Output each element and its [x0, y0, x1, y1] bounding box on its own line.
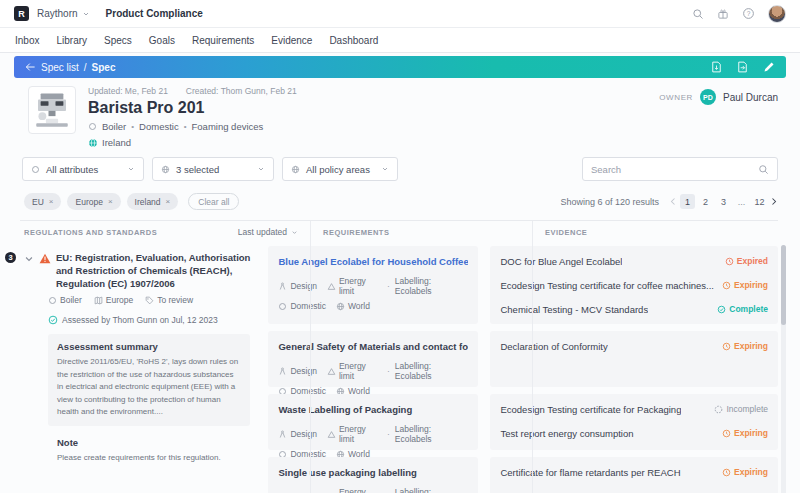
status-badge: Complete [717, 304, 768, 314]
tag-label: World [348, 301, 370, 311]
evidence-item[interactable]: Chemical Testing - MCV StandardsComplete [500, 297, 768, 321]
search-icon[interactable] [758, 164, 769, 175]
search-input[interactable] [591, 164, 758, 175]
tag-labelling-ecolabels: Labelling: Ecolabels [395, 276, 469, 296]
evidence-title[interactable]: DOC for Blue Angel Ecolabel [500, 256, 622, 267]
tag-labelling-ecolabels: Labelling: Ecolabels [395, 361, 469, 381]
nav-item-inbox[interactable]: Inbox [15, 35, 39, 46]
tag-world: World [336, 301, 370, 311]
evidence-title[interactable]: Ecodesign Testing certificate for Packag… [500, 404, 681, 415]
attributes-dropdown[interactable]: All attributes [22, 157, 144, 181]
remove-chip-icon[interactable]: × [49, 197, 54, 206]
requirement-title[interactable]: Blue Angel Ecolabel for Household Coffee… [278, 256, 468, 267]
tag-label: Energy limit [339, 487, 382, 493]
chevron-down-icon [127, 165, 135, 173]
tag-label: Domestic [290, 301, 325, 311]
check-circle-icon [717, 305, 726, 314]
spec-created: Created: Thom Gunn, Feb 21 [186, 86, 297, 96]
attributes-dropdown-value: All attributes [46, 164, 98, 175]
nav-item-goals[interactable]: Goals [149, 35, 175, 46]
breadcrumb-back[interactable]: Spec list [41, 62, 79, 73]
remove-chip-icon[interactable]: × [108, 197, 113, 206]
tag-energy-limit: Energy limit [327, 276, 382, 296]
next-page-icon[interactable] [770, 197, 778, 206]
sort-last-updated[interactable]: Last updated [238, 227, 298, 237]
policy-areas-dropdown[interactable]: All policy areas [282, 157, 398, 181]
evidence-title[interactable]: Declaration of Conformity [500, 341, 607, 352]
evidence-item[interactable]: Ecodesign Testing certificate for coffee… [500, 273, 768, 297]
edit-icon[interactable] [763, 61, 775, 73]
vertical-scrollbar[interactable] [781, 245, 786, 493]
chevron-down-icon [291, 229, 298, 236]
active-filter-bar: EU × Europe × Ireland × Clear all Showin… [24, 193, 778, 210]
owner-avatar[interactable]: PD [700, 89, 716, 105]
markets-dropdown[interactable]: 3 selected [152, 157, 274, 181]
tag-label: Boiler [60, 295, 82, 305]
evidence-item[interactable]: Ecodesign Testing certificate for Packag… [500, 397, 768, 421]
workspace-switcher[interactable]: Raythorn [37, 8, 90, 19]
duplicate-doc-icon[interactable] [737, 61, 748, 73]
evidence-title[interactable]: Chemical Testing - MCV Standards [500, 304, 648, 315]
tag-energy-limit: Energy limit [327, 424, 382, 444]
table-row: General Safety of Materials and contact … [262, 331, 778, 387]
requirement-title[interactable]: Waste Labelling of Packaging [278, 404, 468, 415]
search-icon[interactable] [692, 8, 704, 20]
triangle-icon [327, 282, 336, 291]
evidence-item[interactable]: Test report energy consumptionExpiring [500, 421, 768, 445]
evidence-item[interactable]: Declaration of ConformityExpiring [500, 334, 768, 358]
tag-labelling-ecolabels: Labelling: Ecolabels [395, 424, 469, 444]
back-arrow-icon[interactable] [25, 62, 36, 72]
nav-item-library[interactable]: Library [56, 35, 87, 46]
export-doc-icon[interactable] [711, 61, 722, 73]
requirement-card[interactable]: Single use packaging labellingDesignEner… [268, 457, 478, 493]
scrollbar-thumb[interactable] [781, 245, 786, 325]
help-icon[interactable]: ? [742, 7, 755, 20]
workspace-name: Raythorn [37, 8, 78, 19]
spec-header: Updated: Me, Feb 21 Created: Thom Gunn, … [28, 86, 778, 148]
evidence-item[interactable]: Certificate for flame retardants per REA… [500, 460, 768, 484]
tag-domestic: Domestic [278, 301, 325, 311]
filter-chip-ireland[interactable]: Ireland × [127, 193, 179, 210]
nav-item-dashboard[interactable]: Dashboard [329, 35, 378, 46]
filter-chip-europe[interactable]: Europe × [67, 193, 120, 210]
requirement-title[interactable]: General Safety of Materials and contact … [278, 341, 468, 352]
user-avatar[interactable] [768, 5, 786, 23]
pagination: 1 2 3 ... 12 [669, 194, 778, 209]
filter-bar: All attributes 3 selected All policy are… [22, 157, 778, 181]
regulation-panel: 3 EU: Registration, Evaluation, Authoris… [20, 243, 262, 493]
owner-name[interactable]: Paul Durcan [723, 92, 778, 103]
status-label: Expiring [734, 280, 768, 290]
triangle-icon [327, 430, 336, 439]
status-badge: Expiring [722, 280, 768, 290]
status-label: Expiring [734, 428, 768, 438]
spec-attributes: Boiler • Domestic • Foaming devices [88, 121, 297, 132]
evidence-item[interactable]: DOC for Blue Angel EcolabelExpired [500, 249, 768, 273]
attribute-separator: • [184, 122, 187, 131]
table-row: Blue Angel Ecolabel for Household Coffee… [262, 246, 778, 324]
requirement-card[interactable]: Blue Angel Ecolabel for Household Coffee… [268, 246, 478, 324]
collapse-chevron-icon[interactable] [24, 254, 34, 264]
nav-item-specs[interactable]: Specs [104, 35, 132, 46]
check-circle-icon [48, 315, 58, 325]
remove-chip-icon[interactable]: × [166, 197, 171, 206]
page-button-12[interactable]: 12 [752, 194, 767, 209]
top-actions: ? [692, 5, 786, 23]
requirement-card[interactable]: Waste Labelling of PackagingDesignEnergy… [268, 394, 478, 450]
clear-all-button[interactable]: Clear all [188, 193, 239, 210]
page-button-2[interactable]: 2 [698, 194, 713, 209]
requirement-card[interactable]: General Safety of Materials and contact … [268, 331, 478, 387]
requirement-title[interactable]: Single use packaging labelling [278, 467, 468, 478]
evidence-title[interactable]: Test report energy consumption [500, 428, 633, 439]
evidence-title[interactable]: Certificate for flame retardants per REA… [500, 467, 680, 478]
page-button-3[interactable]: 3 [716, 194, 731, 209]
page-button-1[interactable]: 1 [680, 194, 695, 209]
tag-label: To review [157, 295, 193, 305]
filter-chip-eu[interactable]: EU × [24, 193, 61, 210]
tag-boiler: Boiler [48, 295, 82, 305]
nav-item-evidence[interactable]: Evidence [271, 35, 312, 46]
regulation-title[interactable]: EU: Registration, Evaluation, Authorisat… [56, 252, 250, 290]
nav-item-requirements[interactable]: Requirements [192, 35, 254, 46]
breadcrumb[interactable]: Spec list / Spec [25, 62, 115, 73]
prev-page-icon[interactable] [669, 197, 677, 206]
gift-icon[interactable] [717, 8, 729, 20]
